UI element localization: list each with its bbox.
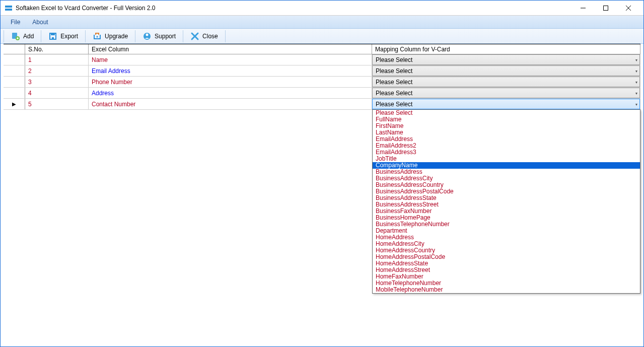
svg-rect-3 (603, 6, 608, 10)
table-row[interactable]: 1NamePlease Select▾ (4, 54, 640, 65)
dropdown-option[interactable]: EmailAddress3 (373, 149, 640, 156)
window-title: Softaken Excel to Vcard Converter - Full… (16, 5, 571, 12)
add-icon (11, 32, 20, 41)
mapping-combobox[interactable]: Please Select▾ (372, 88, 640, 98)
menubar: File About (1, 16, 643, 29)
header-excel-column[interactable]: Excel Column (89, 44, 372, 54)
row-indicator (4, 77, 25, 87)
cell-excel-column: Name (89, 54, 372, 65)
export-button[interactable]: Export (43, 30, 83, 42)
add-label: Add (23, 33, 34, 40)
add-button[interactable]: Add (6, 30, 39, 42)
close-tool-label: Close (202, 33, 218, 40)
cell-excel-column: Address (89, 88, 372, 98)
dropdown-option[interactable]: FirstName (373, 123, 640, 129)
chevron-down-icon: ▾ (635, 68, 637, 73)
cell-sno: 1 (25, 54, 89, 65)
support-icon (142, 32, 152, 41)
cell-mapping-select[interactable]: Please Select▾ (372, 65, 640, 76)
mapping-grid: S.No. Excel Column Mapping Column for V-… (4, 44, 640, 110)
table-row[interactable]: 2Email AddressPlease Select▾ (4, 65, 640, 77)
header-mapping-column[interactable]: Mapping Column for V-Card (372, 44, 640, 54)
maximize-button[interactable] (594, 1, 617, 16)
cell-sno: 2 (25, 65, 89, 76)
svg-rect-12 (52, 37, 54, 39)
upgrade-label: Upgrade (105, 33, 128, 40)
cell-excel-column: Email Address (89, 65, 372, 76)
chevron-down-icon: ▾ (635, 57, 637, 62)
header-sno[interactable]: S.No. (25, 44, 89, 54)
chevron-down-icon: ▾ (635, 80, 637, 84)
mapping-combobox[interactable]: Please Select▾ (372, 99, 640, 109)
dropdown-option[interactable]: BusinessTelephoneNumber (373, 221, 640, 228)
row-indicator (4, 88, 25, 98)
menu-about[interactable]: About (26, 17, 54, 28)
cell-mapping-select[interactable]: Please Select▾ (372, 99, 640, 109)
dropdown-option[interactable]: MobileTelephoneNumber (373, 287, 640, 293)
grid-header: S.No. Excel Column Mapping Column for V-… (4, 44, 640, 54)
support-button[interactable]: Support (137, 30, 181, 42)
chevron-down-icon: ▾ (635, 102, 637, 106)
cell-sno: 3 (25, 77, 89, 87)
toolbar: Add Export Upgrade Support Close (1, 29, 643, 44)
svg-point-15 (146, 33, 149, 36)
minimize-button[interactable] (571, 1, 594, 16)
row-indicator (4, 54, 25, 65)
svg-rect-0 (5, 6, 12, 8)
window-controls (571, 1, 639, 16)
export-label: Export (60, 33, 78, 40)
svg-rect-11 (51, 33, 55, 35)
menu-file[interactable]: File (5, 17, 26, 28)
cell-excel-column: Phone Number (89, 77, 372, 87)
export-icon (48, 32, 57, 41)
mapping-dropdown-list[interactable]: Please SelectFullNameFirstNameLastNameEm… (372, 109, 640, 294)
upgrade-icon (93, 32, 102, 41)
close-tool-icon (190, 32, 199, 41)
close-button[interactable] (617, 1, 639, 16)
cell-mapping-select[interactable]: Please Select▾ (372, 54, 640, 65)
close-tool-button[interactable]: Close (185, 30, 223, 42)
cell-excel-column: Contact Number (89, 99, 372, 109)
mapping-combobox[interactable]: Please Select▾ (372, 65, 640, 76)
cell-mapping-select[interactable]: Please Select▾ (372, 77, 640, 87)
cell-mapping-select[interactable]: Please Select▾ (372, 88, 640, 98)
cell-sno: 5 (25, 99, 89, 109)
titlebar: Softaken Excel to Vcard Converter - Full… (1, 1, 643, 16)
svg-point-13 (97, 36, 98, 37)
dropdown-option[interactable]: Please Select (373, 110, 640, 116)
row-indicator: ▶ (4, 99, 25, 109)
app-icon (5, 4, 13, 12)
mapping-combobox[interactable]: Please Select▾ (372, 54, 640, 65)
dropdown-option[interactable]: FullName (373, 116, 640, 123)
upgrade-button[interactable]: Upgrade (88, 30, 133, 42)
row-indicator (4, 65, 25, 76)
mapping-combobox[interactable]: Please Select▾ (372, 77, 640, 87)
table-row[interactable]: 4AddressPlease Select▾ (4, 88, 640, 99)
header-rowselector (4, 44, 25, 54)
svg-rect-1 (5, 9, 12, 11)
chevron-down-icon: ▾ (635, 91, 637, 95)
table-row[interactable]: 3Phone NumberPlease Select▾ (4, 77, 640, 88)
cell-sno: 4 (25, 88, 89, 98)
table-row[interactable]: ▶5Contact NumberPlease Select▾ (4, 99, 640, 110)
support-label: Support (155, 33, 176, 40)
